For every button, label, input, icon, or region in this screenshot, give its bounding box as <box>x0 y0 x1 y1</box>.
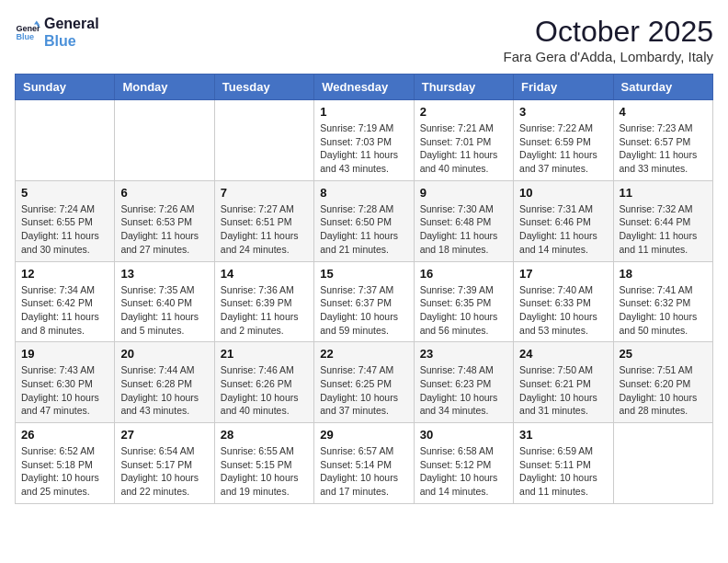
day-cell-1-3: 8Sunrise: 7:28 AMSunset: 6:50 PMDaylight… <box>314 180 414 261</box>
day-cell-2-4: 16Sunrise: 7:39 AMSunset: 6:35 PMDayligh… <box>414 261 513 342</box>
logo-line1: General <box>44 15 99 32</box>
day-number: 11 <box>620 186 707 200</box>
title-section: October 2025 Fara Gera d'Adda, Lombardy,… <box>503 15 713 64</box>
day-number: 27 <box>120 428 208 442</box>
day-info: Sunrise: 7:35 AMSunset: 6:40 PMDaylight:… <box>120 283 208 338</box>
calendar-header-row: Sunday Monday Tuesday Wednesday Thursday… <box>16 75 713 100</box>
col-tuesday: Tuesday <box>214 75 313 100</box>
day-info: Sunrise: 7:47 AMSunset: 6:25 PMDaylight:… <box>320 363 407 418</box>
day-info: Sunrise: 7:19 AMSunset: 7:03 PMDaylight:… <box>320 121 407 176</box>
day-number: 22 <box>320 347 407 361</box>
day-number: 20 <box>120 347 208 361</box>
day-cell-3-6: 25Sunrise: 7:51 AMSunset: 6:20 PMDayligh… <box>613 342 712 423</box>
day-info: Sunrise: 7:21 AMSunset: 7:01 PMDaylight:… <box>420 121 507 176</box>
day-cell-3-0: 19Sunrise: 7:43 AMSunset: 6:30 PMDayligh… <box>16 342 115 423</box>
day-info: Sunrise: 7:36 AMSunset: 6:39 PMDaylight:… <box>221 283 308 338</box>
day-cell-2-6: 18Sunrise: 7:41 AMSunset: 6:32 PMDayligh… <box>613 261 712 342</box>
day-number: 6 <box>120 186 208 200</box>
day-number: 25 <box>620 347 707 361</box>
day-info: Sunrise: 7:39 AMSunset: 6:35 PMDaylight:… <box>420 283 507 338</box>
day-number: 9 <box>420 186 507 200</box>
day-cell-1-2: 7Sunrise: 7:27 AMSunset: 6:51 PMDaylight… <box>214 180 313 261</box>
day-cell-3-4: 23Sunrise: 7:48 AMSunset: 6:23 PMDayligh… <box>414 342 513 423</box>
svg-marker-2 <box>34 21 40 25</box>
day-info: Sunrise: 7:28 AMSunset: 6:50 PMDaylight:… <box>320 202 407 257</box>
col-monday: Monday <box>115 75 214 100</box>
day-info: Sunrise: 7:30 AMSunset: 6:48 PMDaylight:… <box>420 202 507 257</box>
day-info: Sunrise: 6:59 AMSunset: 5:11 PMDaylight:… <box>519 444 607 499</box>
day-info: Sunrise: 7:37 AMSunset: 6:37 PMDaylight:… <box>320 283 407 338</box>
col-wednesday: Wednesday <box>314 75 414 100</box>
day-info: Sunrise: 7:43 AMSunset: 6:30 PMDaylight:… <box>21 363 108 418</box>
day-info: Sunrise: 7:27 AMSunset: 6:51 PMDaylight:… <box>221 202 308 257</box>
day-number: 18 <box>620 267 707 281</box>
week-row-4: 19Sunrise: 7:43 AMSunset: 6:30 PMDayligh… <box>16 342 713 423</box>
day-number: 13 <box>120 267 208 281</box>
day-cell-2-0: 12Sunrise: 7:34 AMSunset: 6:42 PMDayligh… <box>16 261 115 342</box>
day-number: 24 <box>519 347 607 361</box>
day-cell-1-5: 10Sunrise: 7:31 AMSunset: 6:46 PMDayligh… <box>514 180 613 261</box>
day-cell-3-1: 20Sunrise: 7:44 AMSunset: 6:28 PMDayligh… <box>115 342 214 423</box>
location: Fara Gera d'Adda, Lombardy, Italy <box>503 49 713 64</box>
day-number: 3 <box>519 105 607 119</box>
calendar-table: Sunday Monday Tuesday Wednesday Thursday… <box>15 74 713 504</box>
day-number: 7 <box>221 186 308 200</box>
svg-text:General: General <box>16 24 40 33</box>
day-cell-0-0 <box>16 100 115 181</box>
day-number: 17 <box>519 267 607 281</box>
day-info: Sunrise: 7:41 AMSunset: 6:32 PMDaylight:… <box>620 283 707 338</box>
day-number: 4 <box>620 105 707 119</box>
day-number: 2 <box>420 105 507 119</box>
day-info: Sunrise: 6:57 AMSunset: 5:14 PMDaylight:… <box>320 444 407 499</box>
day-info: Sunrise: 6:54 AMSunset: 5:17 PMDaylight:… <box>120 444 208 499</box>
week-row-5: 26Sunrise: 6:52 AMSunset: 5:18 PMDayligh… <box>16 423 713 504</box>
day-cell-4-5: 31Sunrise: 6:59 AMSunset: 5:11 PMDayligh… <box>514 423 613 504</box>
week-row-1: 1Sunrise: 7:19 AMSunset: 7:03 PMDaylight… <box>16 100 713 181</box>
day-info: Sunrise: 7:44 AMSunset: 6:28 PMDaylight:… <box>120 363 208 418</box>
day-cell-4-3: 29Sunrise: 6:57 AMSunset: 5:14 PMDayligh… <box>314 423 414 504</box>
svg-text:Blue: Blue <box>16 33 34 42</box>
day-cell-3-3: 22Sunrise: 7:47 AMSunset: 6:25 PMDayligh… <box>314 342 414 423</box>
day-cell-4-6 <box>613 423 712 504</box>
day-info: Sunrise: 7:31 AMSunset: 6:46 PMDaylight:… <box>519 202 607 257</box>
day-cell-0-2 <box>214 100 313 181</box>
day-info: Sunrise: 7:34 AMSunset: 6:42 PMDaylight:… <box>21 283 108 338</box>
day-cell-3-5: 24Sunrise: 7:50 AMSunset: 6:21 PMDayligh… <box>514 342 613 423</box>
day-cell-1-4: 9Sunrise: 7:30 AMSunset: 6:48 PMDaylight… <box>414 180 513 261</box>
day-cell-4-2: 28Sunrise: 6:55 AMSunset: 5:15 PMDayligh… <box>214 423 313 504</box>
day-info: Sunrise: 7:51 AMSunset: 6:20 PMDaylight:… <box>620 363 707 418</box>
day-number: 8 <box>320 186 407 200</box>
day-number: 30 <box>420 428 507 442</box>
col-sunday: Sunday <box>16 75 115 100</box>
day-cell-0-5: 3Sunrise: 7:22 AMSunset: 6:59 PMDaylight… <box>514 100 613 181</box>
day-number: 21 <box>221 347 308 361</box>
page-header: General Blue General Blue October 2025 F… <box>15 15 713 64</box>
day-cell-1-1: 6Sunrise: 7:26 AMSunset: 6:53 PMDaylight… <box>115 180 214 261</box>
day-number: 10 <box>519 186 607 200</box>
day-info: Sunrise: 7:24 AMSunset: 6:55 PMDaylight:… <box>21 202 108 257</box>
day-info: Sunrise: 6:52 AMSunset: 5:18 PMDaylight:… <box>21 444 108 499</box>
day-cell-2-1: 13Sunrise: 7:35 AMSunset: 6:40 PMDayligh… <box>115 261 214 342</box>
day-number: 16 <box>420 267 507 281</box>
day-number: 14 <box>221 267 308 281</box>
logo-icon: General Blue <box>15 19 40 45</box>
day-number: 15 <box>320 267 407 281</box>
logo-line2: Blue <box>44 32 99 50</box>
col-friday: Friday <box>514 75 613 100</box>
day-number: 1 <box>320 105 407 119</box>
day-info: Sunrise: 7:22 AMSunset: 6:59 PMDaylight:… <box>519 121 607 176</box>
day-number: 28 <box>221 428 308 442</box>
col-thursday: Thursday <box>414 75 513 100</box>
day-info: Sunrise: 6:58 AMSunset: 5:12 PMDaylight:… <box>420 444 507 499</box>
col-saturday: Saturday <box>613 75 712 100</box>
day-cell-0-3: 1Sunrise: 7:19 AMSunset: 7:03 PMDaylight… <box>314 100 414 181</box>
day-info: Sunrise: 7:32 AMSunset: 6:44 PMDaylight:… <box>620 202 707 257</box>
day-cell-3-2: 21Sunrise: 7:46 AMSunset: 6:26 PMDayligh… <box>214 342 313 423</box>
day-number: 23 <box>420 347 507 361</box>
day-cell-4-0: 26Sunrise: 6:52 AMSunset: 5:18 PMDayligh… <box>16 423 115 504</box>
week-row-3: 12Sunrise: 7:34 AMSunset: 6:42 PMDayligh… <box>16 261 713 342</box>
day-cell-0-6: 4Sunrise: 7:23 AMSunset: 6:57 PMDaylight… <box>613 100 712 181</box>
day-cell-4-4: 30Sunrise: 6:58 AMSunset: 5:12 PMDayligh… <box>414 423 513 504</box>
day-cell-1-6: 11Sunrise: 7:32 AMSunset: 6:44 PMDayligh… <box>613 180 712 261</box>
day-number: 12 <box>21 267 108 281</box>
